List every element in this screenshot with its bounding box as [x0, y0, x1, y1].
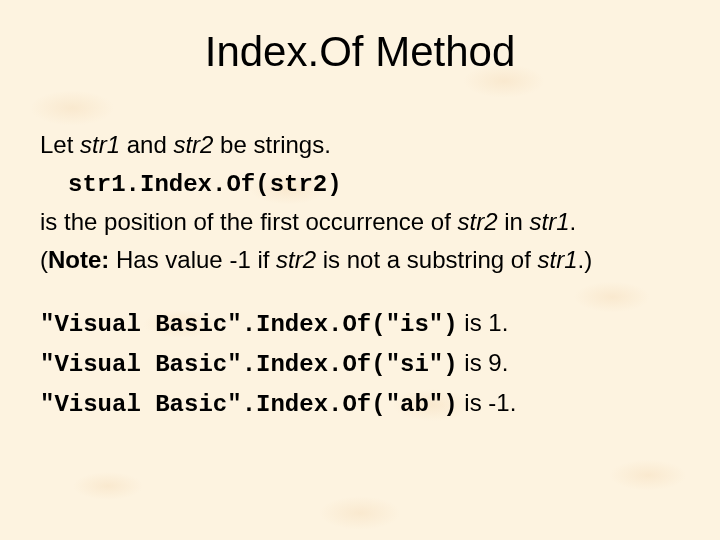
slide: Index.Of Method Let str1 and str2 be str…: [0, 0, 720, 540]
text: .: [570, 208, 577, 235]
var-str2: str2: [173, 131, 213, 158]
example-code: "Visual Basic".Index.Of("si"): [40, 351, 458, 378]
text: Let: [40, 131, 80, 158]
desc-line: is the position of the first occurrence …: [40, 205, 680, 239]
text: in: [498, 208, 530, 235]
code-call: str1.Index.Of(str2): [68, 166, 680, 202]
var-str1: str1: [530, 208, 570, 235]
intro-line: Let str1 and str2 be strings.: [40, 128, 680, 162]
example-code: "Visual Basic".Index.Of("is"): [40, 311, 458, 338]
example-2: "Visual Basic".Index.Of("si") is 9.: [40, 346, 680, 382]
example-result: is 1.: [458, 309, 509, 336]
example-code: "Visual Basic".Index.Of("ab"): [40, 391, 458, 418]
example-result: is -1.: [458, 389, 517, 416]
text: is not a substring of: [316, 246, 537, 273]
note-label: Note:: [48, 246, 109, 273]
code-text: str1.Index.Of(str2): [68, 171, 342, 198]
slide-body: Let str1 and str2 be strings. str1.Index…: [40, 128, 680, 421]
var-str2: str2: [458, 208, 498, 235]
text: Has value -1 if: [109, 246, 276, 273]
text: (: [40, 246, 48, 273]
var-str2: str2: [276, 246, 316, 273]
example-3: "Visual Basic".Index.Of("ab") is -1.: [40, 386, 680, 422]
var-str1: str1: [538, 246, 578, 273]
text: be strings.: [213, 131, 330, 158]
note-line: (Note: Has value -1 if str2 is not a sub…: [40, 243, 680, 277]
example-1: "Visual Basic".Index.Of("is") is 1.: [40, 306, 680, 342]
text: is the position of the first occurrence …: [40, 208, 458, 235]
text: .): [578, 246, 593, 273]
slide-title: Index.Of Method: [40, 28, 680, 76]
var-str1: str1: [80, 131, 120, 158]
example-result: is 9.: [458, 349, 509, 376]
text: and: [120, 131, 173, 158]
examples-block: "Visual Basic".Index.Of("is") is 1. "Vis…: [40, 306, 680, 421]
